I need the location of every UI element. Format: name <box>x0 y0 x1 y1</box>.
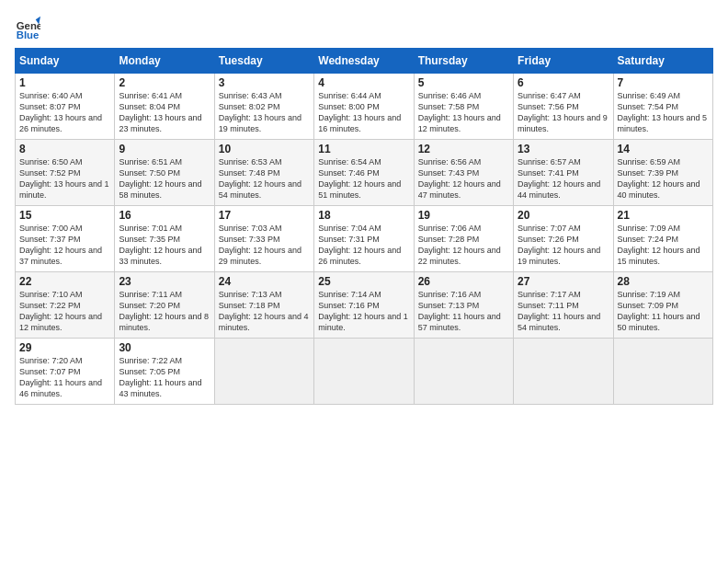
calendar-day-cell: 14Sunrise: 6:59 AM Sunset: 7:39 PM Dayli… <box>613 140 712 206</box>
day-number: 25 <box>318 275 409 288</box>
calendar-day-cell: 12Sunrise: 6:56 AM Sunset: 7:43 PM Dayli… <box>414 140 513 206</box>
day-content: Sunrise: 7:11 AM Sunset: 7:20 PM Dayligh… <box>119 289 210 334</box>
calendar-day-cell: 9Sunrise: 6:51 AM Sunset: 7:50 PM Daylig… <box>115 140 214 206</box>
calendar-day-cell <box>314 339 414 405</box>
day-number: 1 <box>19 76 110 89</box>
day-content: Sunrise: 6:59 AM Sunset: 7:39 PM Dayligh… <box>618 156 709 201</box>
day-number: 15 <box>19 209 110 222</box>
day-number: 18 <box>318 209 409 222</box>
calendar-day-cell: 6Sunrise: 6:47 AM Sunset: 7:56 PM Daylig… <box>514 74 613 140</box>
calendar-day-cell: 10Sunrise: 6:53 AM Sunset: 7:48 PM Dayli… <box>214 140 313 206</box>
weekday-header-cell: Saturday <box>613 49 712 74</box>
day-number: 8 <box>19 143 110 155</box>
calendar-body: 1Sunrise: 6:40 AM Sunset: 8:07 PM Daylig… <box>16 74 713 405</box>
calendar-day-cell: 4Sunrise: 6:44 AM Sunset: 8:00 PM Daylig… <box>314 74 414 140</box>
calendar-day-cell: 24Sunrise: 7:13 AM Sunset: 7:18 PM Dayli… <box>214 272 313 339</box>
day-number: 17 <box>219 209 310 222</box>
calendar-day-cell: 27Sunrise: 7:17 AM Sunset: 7:11 PM Dayli… <box>514 272 613 339</box>
day-number: 14 <box>618 143 709 155</box>
calendar-day-cell: 19Sunrise: 7:06 AM Sunset: 7:28 PM Dayli… <box>414 206 513 272</box>
calendar-day-cell <box>514 339 613 405</box>
day-content: Sunrise: 6:43 AM Sunset: 8:02 PM Dayligh… <box>219 90 310 135</box>
day-content: Sunrise: 7:00 AM Sunset: 7:37 PM Dayligh… <box>19 223 110 268</box>
calendar-day-cell <box>414 339 513 405</box>
calendar-day-cell: 3Sunrise: 6:43 AM Sunset: 8:02 PM Daylig… <box>214 74 313 140</box>
day-content: Sunrise: 7:16 AM Sunset: 7:13 PM Dayligh… <box>418 289 509 334</box>
calendar-day-cell: 26Sunrise: 7:16 AM Sunset: 7:13 PM Dayli… <box>414 272 513 339</box>
day-number: 29 <box>19 341 110 354</box>
day-content: Sunrise: 6:56 AM Sunset: 7:43 PM Dayligh… <box>418 156 509 201</box>
day-content: Sunrise: 6:41 AM Sunset: 8:04 PM Dayligh… <box>119 90 210 135</box>
day-number: 20 <box>518 209 609 222</box>
weekday-header-cell: Thursday <box>414 49 513 74</box>
calendar-day-cell: 23Sunrise: 7:11 AM Sunset: 7:20 PM Dayli… <box>115 272 214 339</box>
day-content: Sunrise: 6:49 AM Sunset: 7:54 PM Dayligh… <box>618 90 709 135</box>
day-content: Sunrise: 7:03 AM Sunset: 7:33 PM Dayligh… <box>219 223 310 268</box>
calendar-day-cell: 22Sunrise: 7:10 AM Sunset: 7:22 PM Dayli… <box>16 272 115 339</box>
calendar-day-cell: 20Sunrise: 7:07 AM Sunset: 7:26 PM Dayli… <box>514 206 613 272</box>
header: General Blue <box>15 15 713 40</box>
day-number: 16 <box>119 209 210 222</box>
day-number: 30 <box>119 341 210 354</box>
day-number: 10 <box>219 143 310 155</box>
weekday-header-row: SundayMondayTuesdayWednesdayThursdayFrid… <box>16 49 713 74</box>
page-container: General Blue SundayMondayTuesdayWednesda… <box>0 0 728 412</box>
calendar-day-cell: 5Sunrise: 6:46 AM Sunset: 7:58 PM Daylig… <box>414 74 513 140</box>
day-number: 7 <box>618 76 709 89</box>
calendar-day-cell <box>214 339 313 405</box>
day-number: 23 <box>119 275 210 288</box>
day-number: 6 <box>518 76 609 89</box>
day-number: 12 <box>418 143 509 155</box>
calendar-day-cell <box>613 339 712 405</box>
weekday-header-cell: Friday <box>514 49 613 74</box>
calendar-week-row: 22Sunrise: 7:10 AM Sunset: 7:22 PM Dayli… <box>16 272 713 339</box>
weekday-header-cell: Wednesday <box>314 49 414 74</box>
day-content: Sunrise: 7:19 AM Sunset: 7:09 PM Dayligh… <box>618 289 709 334</box>
day-content: Sunrise: 7:07 AM Sunset: 7:26 PM Dayligh… <box>518 223 609 268</box>
weekday-header-cell: Tuesday <box>214 49 313 74</box>
calendar-week-row: 15Sunrise: 7:00 AM Sunset: 7:37 PM Dayli… <box>16 206 713 272</box>
day-number: 9 <box>119 143 210 155</box>
day-content: Sunrise: 6:40 AM Sunset: 8:07 PM Dayligh… <box>19 90 110 135</box>
calendar-day-cell: 25Sunrise: 7:14 AM Sunset: 7:16 PM Dayli… <box>314 272 414 339</box>
day-content: Sunrise: 6:51 AM Sunset: 7:50 PM Dayligh… <box>119 156 210 201</box>
day-content: Sunrise: 6:57 AM Sunset: 7:41 PM Dayligh… <box>518 156 609 201</box>
day-content: Sunrise: 6:47 AM Sunset: 7:56 PM Dayligh… <box>518 90 609 135</box>
day-content: Sunrise: 6:54 AM Sunset: 7:46 PM Dayligh… <box>318 156 409 201</box>
calendar-day-cell: 18Sunrise: 7:04 AM Sunset: 7:31 PM Dayli… <box>314 206 414 272</box>
day-content: Sunrise: 6:44 AM Sunset: 8:00 PM Dayligh… <box>318 90 409 135</box>
day-content: Sunrise: 7:13 AM Sunset: 7:18 PM Dayligh… <box>219 289 310 334</box>
calendar-day-cell: 16Sunrise: 7:01 AM Sunset: 7:35 PM Dayli… <box>115 206 214 272</box>
calendar-day-cell: 13Sunrise: 6:57 AM Sunset: 7:41 PM Dayli… <box>514 140 613 206</box>
day-content: Sunrise: 7:04 AM Sunset: 7:31 PM Dayligh… <box>318 223 409 268</box>
day-number: 5 <box>418 76 509 89</box>
calendar-week-row: 29Sunrise: 7:20 AM Sunset: 7:07 PM Dayli… <box>16 339 713 405</box>
day-number: 2 <box>119 76 210 89</box>
day-number: 11 <box>318 143 409 155</box>
day-number: 13 <box>518 143 609 155</box>
logo: General Blue <box>15 15 40 40</box>
day-content: Sunrise: 7:22 AM Sunset: 7:05 PM Dayligh… <box>119 355 210 400</box>
calendar-week-row: 1Sunrise: 6:40 AM Sunset: 8:07 PM Daylig… <box>16 74 713 140</box>
calendar-day-cell: 17Sunrise: 7:03 AM Sunset: 7:33 PM Dayli… <box>214 206 313 272</box>
svg-text:Blue: Blue <box>17 29 40 40</box>
day-content: Sunrise: 6:53 AM Sunset: 7:48 PM Dayligh… <box>219 156 310 201</box>
weekday-header-cell: Monday <box>115 49 214 74</box>
day-content: Sunrise: 7:20 AM Sunset: 7:07 PM Dayligh… <box>19 355 110 400</box>
calendar-table: SundayMondayTuesdayWednesdayThursdayFrid… <box>15 48 713 405</box>
calendar-day-cell: 7Sunrise: 6:49 AM Sunset: 7:54 PM Daylig… <box>613 74 712 140</box>
day-number: 19 <box>418 209 509 222</box>
day-content: Sunrise: 7:10 AM Sunset: 7:22 PM Dayligh… <box>19 289 110 334</box>
day-number: 28 <box>618 275 709 288</box>
calendar-week-row: 8Sunrise: 6:50 AM Sunset: 7:52 PM Daylig… <box>16 140 713 206</box>
day-content: Sunrise: 7:14 AM Sunset: 7:16 PM Dayligh… <box>318 289 409 334</box>
day-content: Sunrise: 7:17 AM Sunset: 7:11 PM Dayligh… <box>518 289 609 334</box>
calendar-day-cell: 1Sunrise: 6:40 AM Sunset: 8:07 PM Daylig… <box>16 74 115 140</box>
day-number: 24 <box>219 275 310 288</box>
logo-icon: General Blue <box>15 15 40 40</box>
day-content: Sunrise: 7:09 AM Sunset: 7:24 PM Dayligh… <box>618 223 709 268</box>
day-content: Sunrise: 6:46 AM Sunset: 7:58 PM Dayligh… <box>418 90 509 135</box>
calendar-day-cell: 2Sunrise: 6:41 AM Sunset: 8:04 PM Daylig… <box>115 74 214 140</box>
calendar-day-cell: 30Sunrise: 7:22 AM Sunset: 7:05 PM Dayli… <box>115 339 214 405</box>
day-number: 4 <box>318 76 409 89</box>
